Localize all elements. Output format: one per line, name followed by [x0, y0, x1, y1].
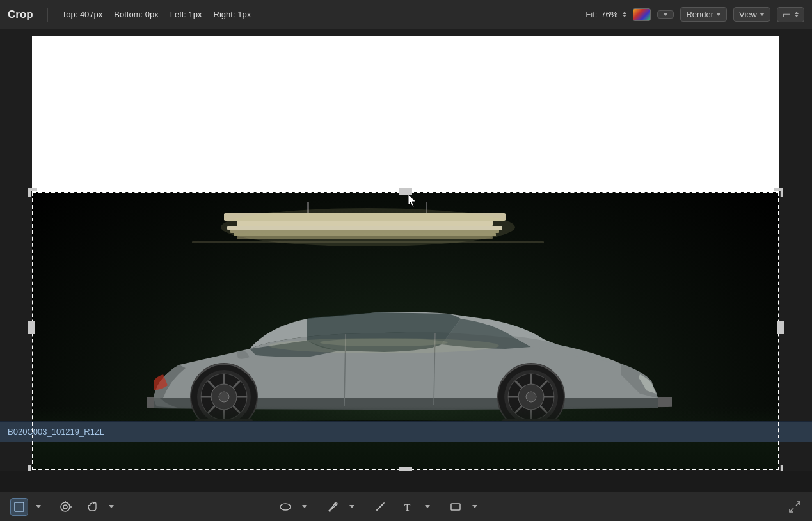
chevron-down-icon	[472, 505, 477, 508]
svg-point-21	[219, 392, 229, 402]
svg-rect-35	[15, 502, 24, 511]
layout-stepper[interactable]	[795, 12, 799, 17]
clip-strip: B020C003_101219_R1ZL	[0, 421, 812, 442]
chevron-down-icon	[716, 13, 721, 16]
ellipse-icon	[279, 501, 292, 513]
top-stat: Top: 407px	[62, 10, 103, 19]
chevron-down-icon	[760, 13, 765, 16]
pen-tool[interactable]	[324, 498, 342, 516]
brush-icon	[374, 501, 386, 513]
chevron-down-icon	[109, 505, 114, 508]
lasso-icon	[59, 501, 72, 513]
bottom-toolbar: T	[0, 492, 812, 521]
clip-name: B020C003_101219_R1ZL	[8, 427, 104, 437]
brush-tool[interactable]	[371, 498, 389, 516]
svg-point-37	[63, 505, 67, 509]
svg-point-8	[221, 208, 515, 246]
separator	[47, 8, 48, 22]
tool-name: Crop	[8, 8, 33, 21]
lasso-tool[interactable]	[56, 498, 74, 516]
chevron-down-icon	[36, 505, 41, 508]
ellipse-tool-group	[276, 498, 314, 516]
hand-icon	[86, 501, 99, 513]
crop-handle-right[interactable]	[777, 321, 784, 334]
expand-icon[interactable]	[788, 500, 802, 514]
svg-point-34	[320, 339, 448, 346]
crop-handle-top[interactable]	[399, 188, 412, 195]
select-tool[interactable]	[10, 498, 28, 516]
text-tool-group: T	[399, 498, 436, 516]
ellipse-dropdown[interactable]	[296, 498, 314, 516]
text-dropdown[interactable]	[418, 498, 436, 516]
render-dropdown[interactable]: Render	[680, 7, 727, 22]
shape-tool-group	[447, 498, 484, 516]
crop-handle-bottom[interactable]	[399, 467, 412, 471]
white-extension-area	[32, 36, 779, 192]
svg-rect-45	[451, 504, 460, 510]
toolbar-right: Fit: 76% Render View ▭	[585, 7, 804, 22]
ceiling-lights	[128, 202, 608, 272]
text-tool[interactable]: T	[399, 498, 417, 516]
pen-dropdown[interactable]	[343, 498, 361, 516]
view-dropdown[interactable]: View	[733, 7, 770, 22]
svg-point-40	[280, 504, 291, 510]
select-icon	[13, 501, 25, 513]
svg-rect-9	[192, 241, 544, 243]
svg-point-36	[61, 502, 70, 511]
svg-line-46	[796, 502, 800, 506]
fit-control: Fit: 76%	[585, 10, 626, 19]
expand-area	[788, 500, 802, 514]
hand-dropdown[interactable]	[102, 498, 120, 516]
hand-tool[interactable]	[83, 498, 101, 516]
chevron-down-icon	[663, 13, 668, 16]
select-tool-group	[10, 498, 47, 516]
chevron-down-icon	[302, 505, 307, 508]
shape-tool[interactable]	[447, 498, 465, 516]
crop-handle-left[interactable]	[28, 321, 35, 334]
svg-text:T: T	[404, 503, 411, 513]
canvas-area[interactable]: B020C003_101219_R1ZL	[0, 29, 812, 471]
layout-icon: ▭	[783, 10, 791, 20]
ellipse-tool[interactable]	[276, 498, 294, 516]
text-icon: T	[402, 501, 415, 513]
svg-point-30	[526, 392, 536, 402]
chevron-down-icon	[425, 505, 430, 508]
layout-dropdown[interactable]: ▭	[777, 7, 804, 22]
pen-tool-group	[324, 498, 361, 516]
svg-line-42	[329, 511, 330, 512]
left-stat: Left: 1px	[170, 10, 202, 19]
hand-tool-group	[83, 498, 120, 516]
fit-stepper[interactable]	[623, 12, 626, 17]
svg-line-43	[377, 504, 383, 510]
top-toolbar: Crop Top: 407px Bottom: 0px Left: 1px Ri…	[0, 0, 812, 29]
color-dropdown[interactable]	[657, 10, 674, 19]
chevron-down-icon	[349, 505, 354, 508]
right-stat: Right: 1px	[214, 10, 251, 19]
bottom-stat: Bottom: 0px	[114, 10, 158, 19]
select-dropdown[interactable]	[29, 498, 47, 516]
svg-line-47	[790, 508, 793, 512]
shape-icon	[449, 501, 462, 513]
pen-icon	[326, 501, 339, 513]
shape-dropdown[interactable]	[466, 498, 484, 516]
color-swatch[interactable]	[633, 8, 651, 21]
